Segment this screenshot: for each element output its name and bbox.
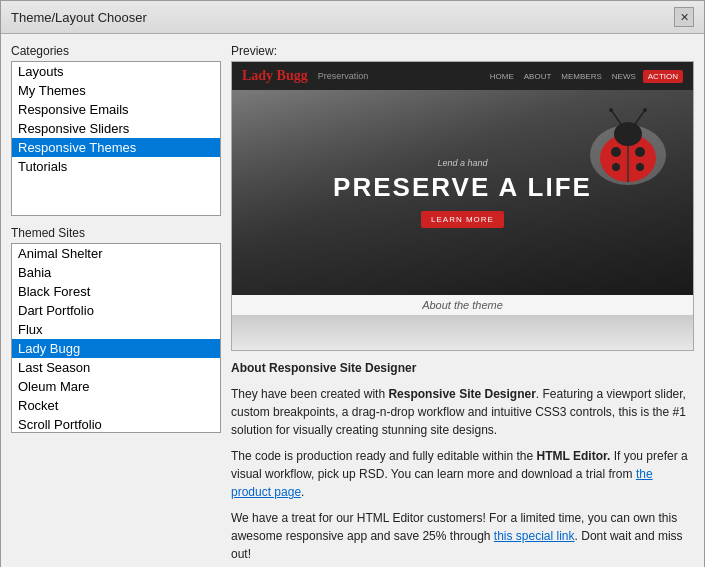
preview-nav-about: ABOUT [521,70,555,83]
svg-point-11 [643,108,647,112]
right-panel: Preview: Lady Bugg Preservation HOME ABO… [231,44,694,567]
themed-item-scroll-portfolio[interactable]: Scroll Portfolio [12,415,220,433]
categories-label: Categories [11,44,221,58]
preview-hero-btn: LEARN MORE [421,211,504,228]
category-item-responsive-themes[interactable]: Responsive Themes [12,138,220,157]
themed-item-oleum-mare[interactable]: Oleum Mare [12,377,220,396]
themed-sites-listbox[interactable]: Animal Shelter Bahia Black Forest Dart P… [11,243,221,433]
svg-line-8 [611,110,621,124]
category-item-my-themes[interactable]: My Themes [12,81,220,100]
theme-layout-chooser-dialog: Theme/Layout Chooser ✕ Categories Layout… [0,0,705,567]
preview-image: Lady Bugg Preservation HOME ABOUT MEMBER… [231,61,694,351]
categories-listbox[interactable]: Layouts My Themes Responsive Emails Resp… [11,61,221,216]
svg-point-10 [609,108,613,112]
left-panel: Categories Layouts My Themes Responsive … [11,44,221,567]
preview-nav-news: NEWS [609,70,639,83]
themed-item-flux[interactable]: Flux [12,320,220,339]
about-paragraph-2: The code is production ready and fully e… [231,447,694,501]
svg-line-9 [635,110,645,124]
preview-hero-title: PRESERVE A LIFE [333,172,592,203]
preview-content: Lady Bugg Preservation HOME ABOUT MEMBER… [232,62,693,350]
themed-item-bahia[interactable]: Bahia [12,263,220,282]
preview-bottom-text: About the theme [232,295,693,315]
svg-point-7 [636,163,644,171]
product-page-link[interactable]: the product page [231,467,653,499]
preview-nav: Lady Bugg Preservation HOME ABOUT MEMBER… [232,62,693,90]
themed-sites-section: Themed Sites Animal Shelter Bahia Black … [11,226,221,433]
categories-section: Categories Layouts My Themes Responsive … [11,44,221,216]
special-link[interactable]: this special link [494,529,575,543]
svg-point-6 [612,163,620,171]
themed-sites-label: Themed Sites [11,226,221,240]
title-bar: Theme/Layout Chooser ✕ [1,1,704,34]
preview-logo-sub: Preservation [318,71,369,81]
themed-item-animal-shelter[interactable]: Animal Shelter [12,244,220,263]
svg-point-4 [611,147,621,157]
themed-sites-scroll-container: Animal Shelter Bahia Black Forest Dart P… [11,243,221,433]
about-section: About Responsive Site Designer They have… [231,359,694,567]
themed-item-rocket[interactable]: Rocket [12,396,220,415]
preview-nav-links: HOME ABOUT MEMBERS NEWS ACTION [487,70,683,83]
themed-item-lady-bugg[interactable]: Lady Bugg [12,339,220,358]
preview-hero-subtitle: Lend a hand [333,158,592,168]
themed-item-last-season[interactable]: Last Season [12,358,220,377]
dialog-body: Categories Layouts My Themes Responsive … [1,34,704,567]
preview-logo: Lady Bugg [242,68,308,84]
preview-ladybug [583,100,673,190]
close-button[interactable]: ✕ [674,7,694,27]
preview-section: Preview: Lady Bugg Preservation HOME ABO… [231,44,694,351]
preview-hero: Lend a hand PRESERVE A LIFE LEARN MORE [232,90,693,295]
themed-item-dart-portfolio[interactable]: Dart Portfolio [12,301,220,320]
about-heading: About Responsive Site Designer [231,359,694,377]
dialog-title: Theme/Layout Chooser [11,10,147,25]
themed-item-black-forest[interactable]: Black Forest [12,282,220,301]
about-paragraph-1: They have been created with Responsive S… [231,385,694,439]
preview-nav-action: ACTION [643,70,683,83]
about-paragraph-3: We have a treat for our HTML Editor cust… [231,509,694,563]
svg-point-3 [614,122,642,146]
category-item-responsive-sliders[interactable]: Responsive Sliders [12,119,220,138]
category-item-responsive-emails[interactable]: Responsive Emails [12,100,220,119]
category-item-tutorials[interactable]: Tutorials [12,157,220,176]
preview-label: Preview: [231,44,694,58]
category-item-layouts[interactable]: Layouts [12,62,220,81]
preview-nav-members: MEMBERS [558,70,604,83]
svg-point-5 [635,147,645,157]
preview-nav-home: HOME [487,70,517,83]
preview-hero-text: Lend a hand PRESERVE A LIFE LEARN MORE [333,158,592,228]
